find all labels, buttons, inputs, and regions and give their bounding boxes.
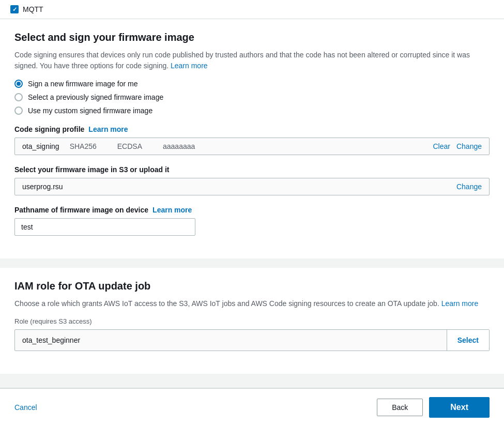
radio-circle-select-prev [14, 93, 23, 101]
back-button[interactable]: Back [377, 399, 423, 416]
change-signing-profile-link[interactable]: Change [456, 142, 482, 150]
cancel-link[interactable]: Cancel [14, 403, 37, 412]
select-role-button[interactable]: Select [447, 330, 489, 351]
next-button[interactable]: Next [429, 397, 490, 418]
radio-sign-new[interactable]: Sign a new firmware image for me [14, 80, 490, 88]
pathname-section: Pathname of firmware image on device Lea… [14, 206, 490, 236]
section-divider [0, 260, 504, 264]
signing-hash: aaaaaaaa [163, 142, 195, 150]
iam-description: Choose a role which grants AWS IoT acces… [14, 298, 490, 309]
code-signing-label: Code signing profile Learn more [14, 125, 490, 133]
firmware-description: Code signing ensures that devices only r… [14, 50, 490, 71]
section-title: Select and sign your firmware image [14, 32, 490, 43]
iam-section: IAM role for OTA update job Choose a rol… [0, 264, 504, 374]
top-bar: MQTT [0, 0, 504, 19]
radio-circle-custom [14, 106, 23, 115]
signing-profile-actions: Clear Change [433, 142, 482, 150]
code-signing-learn-more[interactable]: Learn more [88, 125, 128, 133]
signing-profile-name: ota_signing [22, 142, 59, 150]
signing-profile-row: ota_signing SHA256 ECDSA aaaaaaaa Clear … [14, 138, 490, 155]
footer: Cancel Back Next [0, 388, 504, 426]
firmware-section: Select and sign your firmware image Code… [0, 19, 504, 258]
clear-link[interactable]: Clear [433, 142, 450, 150]
iam-learn-more[interactable]: Learn more [441, 299, 479, 308]
signing-type: ECDSA [117, 142, 142, 150]
learn-more-link-1[interactable]: Learn more [171, 62, 208, 70]
mqtt-checkbox[interactable] [10, 5, 19, 13]
signing-algorithm: SHA256 [70, 142, 97, 150]
firmware-image-value: userprog.rsu [22, 182, 456, 191]
code-signing-profile-section: Code signing profile Learn more ota_sign… [14, 125, 490, 155]
role-row: ota_test_beginner Select [14, 329, 490, 351]
pathname-learn-more[interactable]: Learn more [152, 206, 192, 214]
radio-circle-sign-new [14, 80, 23, 88]
role-value: ota_test_beginner [15, 330, 447, 351]
radio-label-select-prev: Select a previously signed firmware imag… [28, 93, 163, 101]
firmware-image-row: userprog.rsu Change [14, 178, 490, 195]
signing-profile-meta: SHA256 ECDSA aaaaaaaa [70, 142, 423, 150]
role-label: Role (requires S3 access) [14, 317, 490, 325]
mqtt-label: MQTT [23, 5, 43, 13]
radio-custom[interactable]: Use my custom signed firmware image [14, 106, 490, 115]
pathname-label: Pathname of firmware image on device Lea… [14, 206, 490, 214]
change-firmware-image-link[interactable]: Change [456, 182, 482, 191]
radio-group: Sign a new firmware image for me Select … [14, 80, 490, 115]
pathname-input[interactable] [14, 218, 195, 236]
radio-label-custom: Use my custom signed firmware image [28, 106, 152, 115]
radio-label-sign-new: Sign a new firmware image for me [28, 80, 138, 88]
iam-section-title: IAM role for OTA update job [14, 280, 490, 292]
radio-select-prev[interactable]: Select a previously signed firmware imag… [14, 93, 490, 101]
firmware-image-label: Select your firmware image in S3 or uplo… [14, 165, 490, 174]
role-field-section: Role (requires S3 access) ota_test_begin… [14, 317, 490, 351]
footer-right: Back Next [377, 397, 490, 418]
firmware-image-section: Select your firmware image in S3 or uplo… [14, 165, 490, 195]
